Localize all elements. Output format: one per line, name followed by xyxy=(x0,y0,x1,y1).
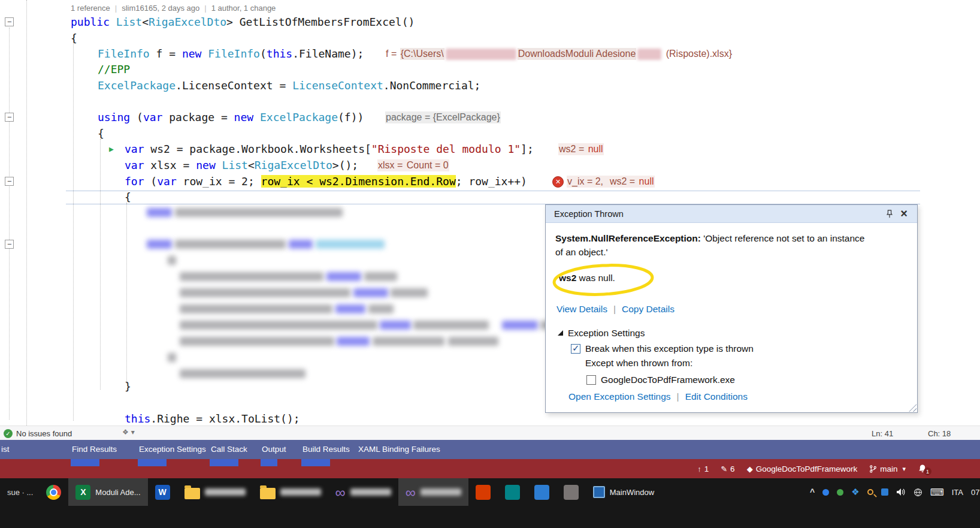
taskbar-button-blue[interactable] xyxy=(527,478,556,506)
codelens-changes[interactable]: 1 author, 1 change xyxy=(211,4,276,13)
tab-indicator xyxy=(301,459,330,466)
panel-tab-xaml-binding-failures[interactable]: XAML Binding Failures xyxy=(358,440,440,459)
copy-details-link[interactable]: Copy Details xyxy=(622,304,674,315)
notifications-bell[interactable]: 1 xyxy=(918,464,927,473)
close-icon[interactable]: × xyxy=(897,207,911,221)
panel-tab-output[interactable]: Output xyxy=(262,440,286,459)
system-tray: ^❖⌨ITA07 xyxy=(810,487,980,498)
branch-selector[interactable]: main ▾ xyxy=(869,464,906,473)
taskbar-button-red[interactable] xyxy=(468,478,498,506)
debug-inline-value[interactable]: f = {C:\Users\DownloadsModuli Adesione (… xyxy=(385,47,733,61)
blurred-code xyxy=(335,304,365,313)
taskbar-button-partial[interactable]: sue · ... xyxy=(1,488,39,497)
debug-inline-value[interactable]: ✕v_ix = 2, ws2 = null xyxy=(552,174,655,189)
code-line: for (var row_ix = 2; row_ix < ws2.Dimens… xyxy=(125,174,527,189)
keyboard-icon[interactable]: ⌨ xyxy=(930,487,944,498)
check-circle-icon: ✓ xyxy=(4,429,13,438)
taskbar-button-folder[interactable] xyxy=(253,478,328,506)
blurred-code xyxy=(147,240,172,249)
settings-links: Open Exception Settings Edit Conditions xyxy=(568,391,906,402)
codelens-separator xyxy=(115,4,117,13)
debug-inline-value[interactable]: ws2 = null xyxy=(558,142,604,156)
pin-icon[interactable] xyxy=(882,207,897,221)
blurred-code xyxy=(180,288,350,297)
health-indicator[interactable]: ✓ No issues found xyxy=(4,426,72,440)
taskbar-button-gray[interactable] xyxy=(556,478,586,506)
gray-app-icon xyxy=(564,485,579,500)
panel-tab-ist[interactable]: ist xyxy=(1,440,10,459)
branch-name: main xyxy=(880,464,897,473)
fold-collapse-marker[interactable]: − xyxy=(5,113,14,122)
blurred-code xyxy=(175,208,343,217)
network-icon[interactable] xyxy=(914,488,922,497)
tray-app-square-icon[interactable] xyxy=(881,488,888,496)
current-line-indicator xyxy=(66,191,920,204)
edit-conditions-link[interactable]: Edit Conditions xyxy=(685,391,748,402)
exception-popup-title: Exception Thrown xyxy=(554,209,882,219)
debug-inline-value[interactable]: xlsx = Count = 0 xyxy=(377,158,449,173)
health-filter[interactable]: ❖▾ xyxy=(122,428,135,436)
null-text: was null. xyxy=(576,273,615,283)
taskbar-button-chrome[interactable] xyxy=(39,478,68,506)
indent-guide xyxy=(26,0,27,426)
code-line: { xyxy=(98,126,104,141)
chrome-icon xyxy=(46,485,61,500)
tab-indicator xyxy=(210,459,238,466)
repository-selector[interactable]: ◆ GoogleDocToPdfFramework xyxy=(747,464,858,473)
taskbar-button-word[interactable]: W xyxy=(148,478,177,506)
speaker-icon[interactable] xyxy=(896,488,906,496)
blurred-code xyxy=(316,240,385,249)
code-line: } xyxy=(125,379,131,394)
open-exception-settings-link[interactable]: Open Exception Settings xyxy=(568,391,671,402)
blurred-code xyxy=(380,321,411,330)
exception-popup-header[interactable]: Exception Thrown × xyxy=(546,205,917,223)
exception-error-icon[interactable]: ✕ xyxy=(552,176,564,188)
codelens-author[interactable]: slim16165, 2 days ago xyxy=(122,4,199,13)
run-to-click-icon[interactable]: ▶ xyxy=(109,142,114,156)
panel-tab-build-results[interactable]: Build Results xyxy=(303,440,350,459)
clock[interactable]: 07 xyxy=(971,488,980,497)
codelens-references[interactable]: 1 reference xyxy=(71,4,110,13)
pending-changes[interactable]: ✎ 6 xyxy=(721,464,734,473)
tray-app-blue-icon[interactable] xyxy=(822,489,829,496)
exception-settings-title: Exception Settings xyxy=(568,328,645,339)
panel-tab-call-stack[interactable]: Call Stack xyxy=(211,440,247,459)
break-checkbox[interactable] xyxy=(571,344,580,354)
taskbar-button-label: MainWindow xyxy=(610,488,654,497)
tray-app-green-icon[interactable] xyxy=(837,489,843,496)
outgoing-commits[interactable]: ↑ 1 xyxy=(697,464,709,473)
panel-tab-find-results[interactable]: Find Results xyxy=(72,440,117,459)
blue-app-icon xyxy=(534,485,549,500)
fold-collapse-marker[interactable]: − xyxy=(5,240,14,249)
fold-collapse-marker[interactable]: − xyxy=(5,177,14,186)
code-line: this.Righe = xlsx.ToList(); xyxy=(125,412,300,426)
taskbar-button-vs[interactable]: ∞ xyxy=(328,478,398,506)
language-indicator[interactable]: ITA xyxy=(952,488,963,497)
fold-collapse-marker[interactable]: − xyxy=(5,17,14,26)
chevron-up-icon[interactable]: ^ xyxy=(810,487,815,497)
dropbox-icon[interactable]: ❖ xyxy=(851,487,859,497)
blurred-code xyxy=(180,272,323,281)
blurred-code xyxy=(175,240,286,249)
module-checkbox[interactable] xyxy=(586,375,596,385)
search-icon[interactable] xyxy=(867,489,873,495)
taskbar-button-folder[interactable] xyxy=(177,478,253,506)
exception-settings-header[interactable]: Exception Settings xyxy=(558,328,906,339)
null-subject-row: ws2 was null. xyxy=(559,273,906,286)
taskbar-button-excel[interactable]: XModuli Ade... xyxy=(68,478,147,506)
chevron-down-icon: ▾ xyxy=(902,465,906,473)
panel-tab-exception-settings[interactable]: Exception Settings xyxy=(139,440,206,459)
taskbar-button-window[interactable]: MainWindow xyxy=(586,478,661,506)
word-icon: W xyxy=(155,485,170,500)
view-details-link[interactable]: View Details xyxy=(556,304,607,315)
tab-indicator xyxy=(261,459,277,466)
teal-app-icon xyxy=(505,485,520,500)
expander-icon[interactable] xyxy=(558,330,563,336)
blurred-code xyxy=(368,304,394,313)
taskbar-button-vs[interactable]: ∞ xyxy=(398,478,468,506)
debug-inline-value[interactable]: package = {ExcelPackage} xyxy=(385,110,501,125)
code-line: //EPP xyxy=(98,62,130,77)
resize-grip[interactable] xyxy=(909,404,917,412)
code-line: { xyxy=(71,31,77,46)
taskbar-button-teal[interactable] xyxy=(498,478,527,506)
